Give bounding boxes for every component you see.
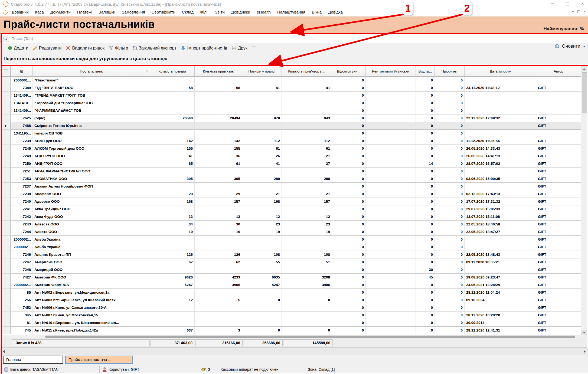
search-icon[interactable] — [2, 35, 9, 42]
cell[interactable]: 19.08.2020 09:23:47 — [465, 274, 536, 281]
cell[interactable]: 305 — [150, 175, 195, 183]
cell[interactable] — [366, 107, 416, 114]
cell[interactable] — [282, 168, 332, 175]
cell[interactable]: 0 — [435, 311, 465, 319]
cell[interactable]: 24.06.2021 13:24:29 — [465, 281, 536, 289]
cell[interactable]: 0 — [435, 296, 465, 304]
cell[interactable]: 41 — [242, 160, 282, 168]
cell[interactable]: 0 — [332, 213, 366, 221]
column-header[interactable]: Відсоток зни... — [332, 66, 366, 77]
table-row[interactable]: 7244Алиста ООО1919191900022.05.2020 18:4… — [1, 228, 587, 236]
cell[interactable]: 7249 — [11, 152, 33, 160]
cell[interactable]: АЛКОМ Торговый дом ООО — [33, 145, 150, 152]
cell[interactable] — [242, 130, 282, 137]
cell[interactable]: 0 — [242, 327, 282, 334]
cell[interactable]: 0 — [435, 274, 465, 281]
cell[interactable] — [242, 266, 282, 274]
cell[interactable]: GIFT — [536, 243, 581, 251]
cell[interactable] — [242, 311, 282, 319]
cell[interactable]: 7241 — [11, 205, 33, 213]
cell[interactable]: 0 — [332, 281, 366, 289]
table-row[interactable]: 7625(офіс)205402049497894300022.12.2020 … — [1, 114, 587, 122]
menu-item[interactable]: Філії — [200, 10, 208, 14]
cell[interactable] — [242, 205, 282, 213]
cell[interactable]: 28.12.2020 12:41:31 — [465, 327, 536, 334]
cell[interactable]: 09.11.2020 10:05:21 — [465, 258, 536, 266]
row-header-cell[interactable] — [1, 99, 11, 107]
cell[interactable]: 6635 — [242, 274, 282, 281]
cell[interactable]: 21 — [282, 190, 332, 198]
cell[interactable]: 0 — [435, 92, 465, 99]
cell[interactable] — [366, 77, 416, 84]
cell[interactable]: 24.11.2020 11:48:12 — [465, 84, 536, 92]
cell[interactable] — [536, 130, 581, 137]
cell[interactable]: 30 — [195, 221, 242, 228]
table-row[interactable]: 1341195...Імперія СВ ТОВ000 — [1, 130, 587, 137]
cell[interactable]: 13 — [150, 213, 195, 221]
cell[interactable]: GIFT — [536, 274, 581, 281]
cell[interactable]: 0 — [435, 319, 465, 327]
row-header-cell[interactable] — [1, 175, 11, 183]
cell[interactable]: 0 — [435, 304, 465, 311]
cell[interactable]: 0 — [416, 114, 435, 122]
cell[interactable] — [242, 99, 282, 107]
cell[interactable] — [150, 130, 195, 137]
cell[interactable] — [150, 243, 195, 251]
cell[interactable]: 142 — [195, 137, 242, 145]
cell[interactable]: 0 — [416, 243, 435, 251]
cell[interactable] — [366, 160, 416, 168]
column-header[interactable]: Кількість прив'язок з ... — [282, 66, 332, 77]
cell[interactable]: 0 — [332, 175, 366, 183]
cell[interactable] — [150, 122, 195, 130]
cell[interactable] — [465, 99, 536, 107]
cell[interactable] — [366, 213, 416, 221]
cell[interactable] — [242, 236, 282, 243]
edit-button[interactable]: Редагувати — [31, 45, 64, 52]
cell[interactable]: АВМ Груп ООО — [33, 137, 150, 145]
cell[interactable]: 7240 — [11, 198, 33, 205]
cell[interactable]: 0 — [435, 190, 465, 198]
cell[interactable]: 0 — [416, 168, 435, 175]
cell[interactable]: 19 — [242, 228, 282, 236]
cell[interactable]: 0 — [416, 122, 435, 130]
cell[interactable]: 0 — [332, 99, 366, 107]
cell[interactable] — [195, 289, 242, 296]
cell[interactable] — [242, 243, 282, 251]
cell[interactable]: 0 — [435, 183, 465, 190]
cell[interactable]: 45 — [416, 274, 435, 281]
cell[interactable]: 0 — [416, 289, 435, 296]
cell[interactable] — [465, 107, 536, 114]
cell[interactable]: 22.12.2020 12:49:32 — [465, 114, 536, 122]
table-row[interactable]: 7242Аква Фудз ООО1313121200013.07.2020 1… — [1, 213, 587, 221]
cell[interactable]: АНД ГРУПП ООО — [33, 152, 150, 160]
cell[interactable]: АНД-ГРУП ООО — [33, 160, 150, 168]
cell[interactable]: GIFT — [536, 281, 581, 289]
row-header-cell[interactable] — [1, 327, 11, 334]
cell[interactable] — [366, 296, 416, 304]
cell[interactable]: 0 — [416, 107, 435, 114]
cell[interactable]: 7238 — [11, 190, 33, 198]
cell[interactable] — [465, 122, 536, 130]
cell[interactable] — [282, 311, 332, 319]
cell[interactable]: 30 — [416, 266, 435, 274]
cell[interactable]: 1341410... — [11, 99, 33, 107]
cell[interactable]: 22.05.2020 18:46:58 — [465, 221, 536, 228]
cell[interactable]: 0 — [332, 266, 366, 274]
column-header[interactable]: Постачальник△ — [33, 66, 150, 77]
close-button[interactable]: × — [579, 1, 587, 7]
table-row[interactable]: 2000002...Альба Україна000GIFT — [1, 243, 587, 251]
cell[interactable]: 30.09.2014 — [465, 319, 536, 327]
menu-item[interactable]: eHealth — [257, 10, 271, 14]
table-row[interactable]: 7239АВМ Груп ООО14214211211200011.12.202… — [1, 137, 587, 145]
table-row[interactable]: 81Апт №010 г.Березань, ул. Шевченковский… — [1, 319, 587, 327]
cell[interactable]: "ФАРММЕДАЛЬЯНС" ТОВ — [33, 107, 150, 114]
cell[interactable]: 7250 — [11, 160, 33, 168]
cell[interactable]: Аква Трейдинг ООО — [33, 205, 150, 213]
cell[interactable] — [150, 77, 195, 84]
table-row[interactable]: 7453Апт №006 г.Киев, ул.Саксаганского,39… — [1, 304, 587, 311]
table-row[interactable]: 7238Авефарм ООО2929212100002.12.2020 17:… — [1, 190, 587, 198]
cell[interactable]: 26.05.2020 14:33:43 — [465, 145, 536, 152]
cell[interactable]: 4233 — [195, 274, 242, 281]
cell[interactable]: 112 — [242, 137, 282, 145]
tab-home[interactable]: Головна — [3, 356, 63, 364]
